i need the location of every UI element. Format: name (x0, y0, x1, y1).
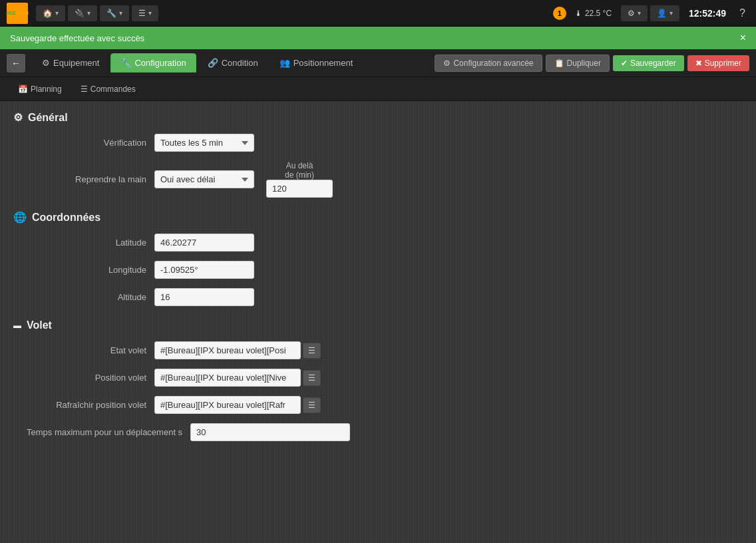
home-caret-icon: ▾ (55, 9, 59, 17)
plugin-menu-button[interactable]: 🔌 ▾ (68, 5, 97, 21)
altitude-input[interactable] (154, 288, 254, 306)
list-menu-button[interactable]: ☰ ▾ (132, 5, 158, 21)
etat-volet-input[interactable] (154, 341, 301, 359)
tab-planning[interactable]: 📅 Planning (10, 82, 70, 96)
success-close-button[interactable]: × (740, 32, 746, 44)
save-button[interactable]: ✔ Sauvegarder (613, 55, 684, 71)
verification-select[interactable]: Toutes les 5 min Toutes les 10 min Toute… (154, 134, 254, 152)
position-volet-picker-button[interactable]: ☰ (303, 370, 321, 386)
tools-caret-icon: ▾ (119, 9, 122, 17)
settings-menu-button[interactable]: ⚙ ▾ (621, 5, 648, 21)
volet-section-icon: ▬ (13, 321, 21, 330)
altitude-label: Altitude (27, 292, 146, 302)
advanced-config-label: Configuration avancée (453, 59, 533, 68)
settings-icon: ⚙ (628, 9, 635, 18)
action-buttons: ⚙ Configuration avancée 📋 Dupliquer ✔ Sa… (435, 55, 749, 72)
tab-configuration[interactable]: 🔧 Configuration (110, 53, 196, 73)
etat-volet-picker-button[interactable]: ☰ (303, 343, 321, 359)
position-volet-field-group: ☰ (154, 369, 321, 387)
rafraichir-volet-picker-button[interactable]: ☰ (303, 397, 321, 413)
temps-max-label: Temps maximum pour un déplacement s (27, 427, 182, 437)
coordonnees-section-title: 🌐 Coordonnées (13, 211, 743, 224)
success-notification: Sauvegarde effectuée avec succès × (0, 27, 756, 49)
tools-icon: 🔧 (106, 9, 116, 18)
verification-label: Vérification (27, 138, 146, 148)
verification-row: Vérification Toutes les 5 min Toutes les… (13, 134, 743, 152)
rafraichir-position-volet-label: Rafraîchir position volet (27, 400, 146, 410)
volet-section-title: ▬ Volet (13, 319, 743, 331)
altitude-row: Altitude (13, 288, 743, 306)
tools-menu-button[interactable]: 🔧 ▾ (100, 5, 129, 21)
save-label: Sauvegarder (630, 59, 676, 68)
home-icon: 🏠 (43, 9, 53, 18)
volet-title-text: Volet (27, 319, 52, 331)
rafraichir-volet-field-group: ☰ (154, 396, 321, 414)
help-button[interactable]: ? (735, 7, 749, 19)
position-volet-row: Position volet ☰ (13, 369, 743, 387)
general-title-text: Général (28, 112, 68, 124)
tab-condition[interactable]: 🔗 Condition (198, 53, 268, 73)
rafraichir-volet-input[interactable] (154, 396, 301, 414)
home-menu-button[interactable]: 🏠 ▾ (36, 5, 65, 21)
position-volet-input[interactable] (154, 369, 301, 387)
equipement-icon: ⚙ (42, 58, 50, 68)
temps-max-label-text: Temps maximum pour un déplacement s (27, 427, 182, 437)
longitude-row: Longitude (13, 261, 743, 279)
list-caret-icon: ▾ (148, 9, 152, 17)
user-icon: 👤 (657, 9, 667, 18)
plugin-icon: 🔌 (75, 9, 85, 18)
user-caret-icon: ▾ (669, 9, 673, 17)
notification-badge[interactable]: 1 (553, 7, 566, 20)
condition-icon: 🔗 (208, 58, 218, 68)
duplicate-icon: 📋 (554, 59, 564, 68)
duplicate-label: Dupliquer (567, 59, 601, 68)
commandes-icon: ☰ (81, 85, 88, 94)
tab-commandes[interactable]: ☰ Commandes (73, 82, 144, 96)
success-message: Sauvegarde effectuée avec succès (10, 33, 144, 43)
settings-caret-icon: ▾ (638, 9, 641, 17)
tab-equipement[interactable]: ⚙ Equipement (32, 53, 109, 73)
general-section-icon: ⚙ (13, 111, 23, 124)
tab-positionnement-label: Positionnement (293, 58, 353, 68)
temperature-display: 🌡 22.5 °C (574, 9, 612, 18)
user-menu-button[interactable]: 👤 ▾ (650, 5, 679, 21)
duplicate-button[interactable]: 📋 Dupliquer (546, 55, 610, 72)
latitude-row: Latitude (13, 234, 743, 252)
etat-volet-row: Etat volet ☰ (13, 341, 743, 359)
longitude-input[interactable] (154, 261, 254, 279)
tab-configuration-label: Configuration (134, 58, 186, 68)
tab-condition-label: Condition (222, 58, 258, 68)
delete-button[interactable]: ✖ Supprimer (687, 55, 749, 71)
back-button[interactable]: ← (7, 54, 25, 73)
position-volet-label: Position volet (27, 373, 146, 383)
au-dela-input[interactable] (266, 180, 333, 198)
advanced-config-button[interactable]: ⚙ Configuration avancée (435, 55, 542, 72)
tab-equipement-label: Equipement (53, 58, 99, 68)
main-content: ⚙ Général Vérification Toutes les 5 min … (0, 101, 756, 543)
rafraichir-position-volet-row: Rafraîchir position volet ☰ (13, 396, 743, 414)
planning-label: Planning (31, 85, 62, 94)
logo-icon: JEEDOM (7, 3, 28, 24)
coordonnees-section-icon: 🌐 (13, 211, 27, 224)
temps-max-input[interactable] (190, 423, 350, 441)
temps-max-row: Temps maximum pour un déplacement s (13, 423, 743, 441)
temperature-value: 22.5 °C (585, 9, 612, 18)
planning-icon: 📅 (18, 85, 28, 94)
save-icon: ✔ (621, 59, 628, 68)
au-dela-container: Au delàde (min) (266, 161, 333, 198)
tab-positionnement[interactable]: 👥 Positionnement (270, 53, 363, 73)
commandes-label: Commandes (91, 85, 136, 94)
etat-volet-label: Etat volet (27, 345, 146, 355)
plugin-caret-icon: ▾ (87, 9, 91, 17)
delete-label: Supprimer (705, 59, 741, 68)
latitude-label: Latitude (27, 238, 146, 248)
reprendre-select[interactable]: Oui avec délai Oui Non (154, 170, 254, 188)
list-icon: ☰ (138, 9, 146, 18)
thermometer-icon: 🌡 (574, 9, 582, 18)
secondary-tabbar: 📅 Planning ☰ Commandes (0, 77, 756, 101)
coordonnees-title-text: Coordonnées (32, 212, 100, 224)
longitude-label: Longitude (27, 265, 146, 275)
top-navigation: JEEDOM 🏠 ▾ 🔌 ▾ 🔧 ▾ ☰ ▾ 1 🌡 22.5 °C ⚙ ▾ 👤… (0, 0, 756, 27)
advanced-config-icon: ⚙ (443, 59, 451, 68)
latitude-input[interactable] (154, 234, 254, 252)
